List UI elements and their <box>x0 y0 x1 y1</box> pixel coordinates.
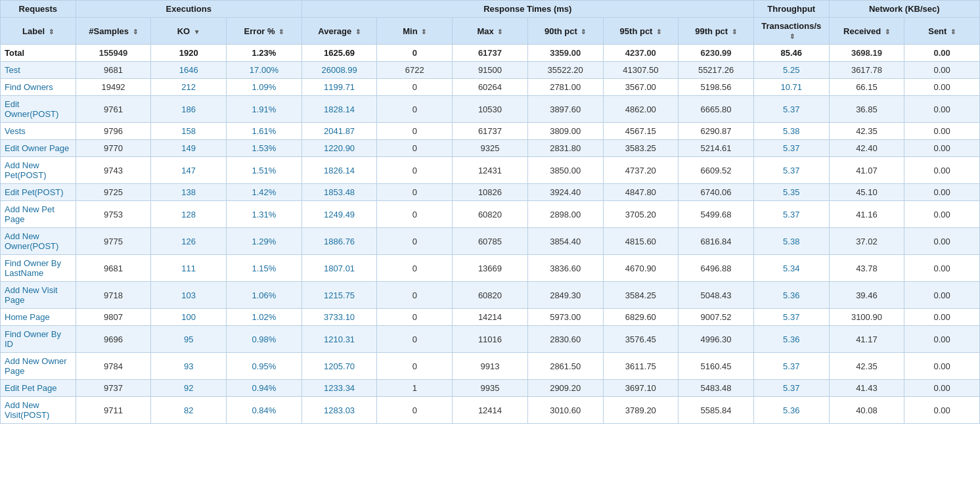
cell-received: 3617.78 <box>829 62 904 79</box>
cell-average: 1853.48 <box>301 184 377 201</box>
col-min[interactable]: Min ⇕ <box>377 18 453 45</box>
cell-error: 0.98% <box>227 326 302 353</box>
cell-tps: 5.25 <box>753 62 829 79</box>
cell-pct90: 3897.60 <box>527 96 603 123</box>
cell-error: 1.31% <box>227 201 302 228</box>
cell-average: 26008.99 <box>301 62 377 79</box>
table-row: Edit Owner Page 9770 149 1.53% 1220.90 0… <box>1 140 980 157</box>
cell-samples: 9753 <box>76 201 151 228</box>
cell-max: 12431 <box>453 157 528 184</box>
cell-error: 1.91% <box>227 96 302 123</box>
cell-ko: 138 <box>151 184 227 201</box>
cell-label: Total <box>1 45 76 62</box>
cell-sent: 0.00 <box>904 157 980 184</box>
cell-label: Find Owners <box>1 79 76 96</box>
cell-sent: 0.00 <box>904 380 980 397</box>
cell-pct95: 4567.15 <box>603 123 679 140</box>
cell-received: 42.35 <box>829 353 904 380</box>
cell-pct99: 5585.84 <box>679 397 754 424</box>
cell-error: 1.51% <box>227 157 302 184</box>
cell-error: 1.53% <box>227 140 302 157</box>
cell-max: 10530 <box>453 96 528 123</box>
sort-icon-max: ⇕ <box>497 28 502 35</box>
cell-min: 0 <box>377 255 453 282</box>
col-max[interactable]: Max ⇕ <box>453 18 528 45</box>
cell-average: 1807.01 <box>301 255 377 282</box>
sort-icon-min: ⇕ <box>421 28 426 35</box>
table-row: Home Page 9807 100 1.02% 3733.10 0 14214… <box>1 309 980 326</box>
sort-icon-ko: ▼ <box>194 28 200 35</box>
col-ko[interactable]: KO ▼ <box>151 18 227 45</box>
cell-tps: 5.36 <box>753 397 829 424</box>
cell-sent: 0.00 <box>904 96 980 123</box>
cell-tps: 5.36 <box>753 326 829 353</box>
cell-received: 41.43 <box>829 380 904 397</box>
cell-error: 0.84% <box>227 397 302 424</box>
col-pct95[interactable]: 95th pct ⇕ <box>603 18 679 45</box>
cell-ko: 128 <box>151 201 227 228</box>
cell-average: 1283.03 <box>301 397 377 424</box>
cell-tps: 5.37 <box>753 353 829 380</box>
table-row: Edit Owner(POST) 9761 186 1.91% 1828.14 … <box>1 96 980 123</box>
cell-sent: 0.00 <box>904 45 980 62</box>
col-sent[interactable]: Sent ⇕ <box>904 18 980 45</box>
col-tps[interactable]: Transactions/s ⇕ <box>753 18 829 45</box>
cell-label: Add New Visit Page <box>1 282 76 309</box>
cell-ko: 100 <box>151 309 227 326</box>
cell-pct99: 6816.84 <box>679 228 754 255</box>
cell-pct99: 6609.52 <box>679 157 754 184</box>
table-row: Add New Owner Page 9784 93 0.95% 1205.70… <box>1 353 980 380</box>
cell-ko: 126 <box>151 228 227 255</box>
cell-pct95: 4670.90 <box>603 255 679 282</box>
col-received[interactable]: Received ⇕ <box>829 18 904 45</box>
table-row: Find Owners 19492 212 1.09% 1199.71 0 60… <box>1 79 980 96</box>
cell-pct90: 2781.00 <box>527 79 603 96</box>
cell-tps: 5.34 <box>753 255 829 282</box>
cell-error: 1.61% <box>227 123 302 140</box>
cell-pct90: 3924.40 <box>527 184 603 201</box>
cell-average: 1625.69 <box>301 45 377 62</box>
cell-ko: 1920 <box>151 45 227 62</box>
sort-icon-pct90: ⇕ <box>581 28 586 35</box>
cell-sent: 0.00 <box>904 353 980 380</box>
cell-pct99: 6665.80 <box>679 96 754 123</box>
cell-label: Add New Owner Page <box>1 353 76 380</box>
cell-samples: 155949 <box>76 45 151 62</box>
col-label[interactable]: Label ⇕ <box>1 18 76 45</box>
col-error[interactable]: Error % ⇕ <box>227 18 302 45</box>
cell-pct99: 5499.68 <box>679 201 754 228</box>
cell-label: Find Owner By LastName <box>1 255 76 282</box>
cell-pct99: 5198.56 <box>679 79 754 96</box>
col-average[interactable]: Average ⇕ <box>301 18 377 45</box>
cell-received: 37.02 <box>829 228 904 255</box>
cell-pct90: 35522.20 <box>527 62 603 79</box>
cell-pct95: 3584.25 <box>603 282 679 309</box>
cell-average: 1205.70 <box>301 353 377 380</box>
cell-samples: 9796 <box>76 123 151 140</box>
cell-pct95: 3611.75 <box>603 353 679 380</box>
cell-min: 0 <box>377 140 453 157</box>
cell-pct90: 2861.50 <box>527 353 603 380</box>
cell-pct90: 2849.30 <box>527 282 603 309</box>
cell-samples: 9784 <box>76 353 151 380</box>
cell-pct90: 2898.00 <box>527 201 603 228</box>
table-row: Find Owner By ID 9696 95 0.98% 1210.31 0… <box>1 326 980 353</box>
cell-average: 1215.75 <box>301 282 377 309</box>
cell-max: 60820 <box>453 201 528 228</box>
cell-samples: 9807 <box>76 309 151 326</box>
table-row: Add New Owner(POST) 9775 126 1.29% 1886.… <box>1 228 980 255</box>
cell-tps: 5.35 <box>753 184 829 201</box>
cell-sent: 0.00 <box>904 140 980 157</box>
col-pct90[interactable]: 90th pct ⇕ <box>527 18 603 45</box>
col-pct99[interactable]: 99th pct ⇕ <box>679 18 754 45</box>
executions-group-header: Executions <box>76 1 301 18</box>
cell-ko: 92 <box>151 380 227 397</box>
col-samples[interactable]: #Samples ⇕ <box>76 18 151 45</box>
cell-ko: 95 <box>151 326 227 353</box>
table-row: Edit Pet(POST) 9725 138 1.42% 1853.48 0 … <box>1 184 980 201</box>
throughput-group-header: Throughput <box>753 1 829 18</box>
cell-samples: 9737 <box>76 380 151 397</box>
table-row: Edit Pet Page 9737 92 0.94% 1233.34 1 99… <box>1 380 980 397</box>
cell-received: 42.35 <box>829 123 904 140</box>
cell-pct95: 3789.20 <box>603 397 679 424</box>
